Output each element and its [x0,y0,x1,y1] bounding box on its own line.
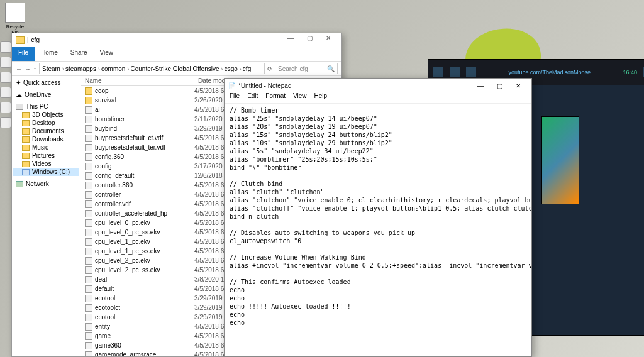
file-icon [85,351,92,357]
recycle-bin[interactable]: Recycle Bin [3,3,28,35]
shortcut-icon[interactable] [0,87,11,98]
ribbon: File Home Share View [12,47,341,61]
file-name: controller [95,191,121,198]
search-input[interactable]: Search cfg 🔍 [275,63,338,74]
shortcut-icon[interactable] [0,117,11,128]
menu-file[interactable]: File [230,92,240,103]
file-icon [85,210,92,217]
menu-format[interactable]: Format [265,92,286,103]
ribbon-view-tab[interactable]: View [94,47,120,61]
tree-quick-access[interactable]: ✦Quick access [13,79,79,87]
tree-documents[interactable]: Documents [13,127,79,135]
window-title: cfg [31,36,40,43]
breadcrumb-segment[interactable]: steamapps [65,65,100,72]
tree-music[interactable]: Music [13,143,79,151]
steam-game-cover[interactable] [541,116,579,204]
file-name: deaf [95,276,107,283]
file-icon [85,116,92,123]
file-icon [85,276,92,283]
file-name: cpu_level_0_pc.ekv [95,219,150,226]
folder-icon [22,145,30,151]
nav-forward-icon[interactable]: → [25,65,31,72]
ribbon-file-tab[interactable]: File [12,47,35,61]
steam-clock: 16:40 [623,69,637,75]
steam-nav-icon[interactable] [466,67,476,77]
file-name: game360 [95,342,121,349]
file-name: coop [95,87,109,94]
file-icon [85,238,92,246]
tree-3d-objects[interactable]: 3D Objects [13,111,79,119]
shortcut-icon[interactable] [0,41,11,53]
file-name: cpu_level_1_pc.ekv [95,238,150,245]
tree-videos[interactable]: Videos [13,160,79,168]
notepad-titlebar[interactable]: 📄 *Untitled - Notepad — ▢ ✕ [225,79,531,92]
breadcrumb-segment[interactable]: Steam [42,65,64,72]
minimize-icon[interactable]: — [281,35,300,46]
close-icon[interactable]: ✕ [319,35,338,46]
file-icon [85,219,92,227]
explorer-separator: | [27,36,29,43]
file-name: ecotoolct [95,304,120,311]
cloud-icon: ☁ [16,91,22,98]
nav-back-icon[interactable]: ← [16,65,22,72]
file-icon [85,191,92,199]
shortcut-icon[interactable] [0,57,11,68]
file-icon [85,285,92,293]
steam-nav-icon[interactable] [450,67,460,77]
folder-icon [22,120,30,126]
file-name: cpu_level_0_pc_ss.ekv [95,229,160,236]
refresh-icon[interactable]: ⟳ [267,65,272,72]
menu-edit[interactable]: Edit [247,92,258,103]
file-icon [85,342,92,349]
file-name: ecotool [95,295,115,302]
tree-onedrive[interactable]: ☁OneDrive [13,91,79,99]
ribbon-share-tab[interactable]: Share [64,47,94,61]
breadcrumb-segment[interactable]: cfg [243,65,251,72]
maximize-icon[interactable]: ▢ [490,82,509,89]
explorer-titlebar[interactable]: | cfg — ▢ ✕ [12,33,341,47]
tree-downloads[interactable]: Downloads [13,135,79,143]
file-icon [85,135,92,142]
tree-desktop[interactable]: Desktop [13,119,79,127]
ribbon-home-tab[interactable]: Home [35,47,64,61]
network-icon [16,181,23,187]
file-icon [85,163,92,170]
close-icon[interactable]: ✕ [509,82,528,89]
nav-up-icon[interactable]: ↑ [33,65,36,72]
tree-this-pc[interactable]: This PC [13,102,79,111]
notepad-window[interactable]: 📄 *Untitled - Notepad — ▢ ✕ File Edit Fo… [224,78,532,357]
steam-footer: FRIENDS & CHAT + [639,310,644,335]
file-icon [85,229,92,236]
breadcrumb-segment[interactable]: Counter-Strike Global Offensive [131,65,223,72]
tree-pictures[interactable]: Pictures [13,151,79,160]
file-name: buybind [95,125,117,132]
minimize-icon[interactable]: — [471,82,490,89]
file-icon [85,200,92,208]
file-name: cpu_level_1_pc_ss.ekv [95,248,160,255]
breadcrumb-segment[interactable]: common [101,65,129,72]
steam-url: youtube.com/TheMadisonMoose [482,69,616,75]
file-icon [85,314,92,321]
file-name: entity [95,323,110,330]
breadcrumb[interactable]: SteamsteamappscommonCounter-Strike Globa… [39,63,265,74]
breadcrumb-segment[interactable]: csgo [225,65,242,72]
col-name[interactable]: Name [81,76,194,85]
notepad-title: *Untitled - Notepad [238,82,292,89]
menu-view[interactable]: View [293,92,307,103]
file-icon [85,323,92,331]
file-name: gamemode_armsrace [95,351,156,356]
star-icon: ✦ [16,79,21,86]
tree-network[interactable]: Network [13,180,79,188]
menu-help[interactable]: Help [314,92,328,103]
file-name: survival [95,97,116,104]
maximize-icon[interactable]: ▢ [300,35,319,46]
notepad-textarea[interactable]: // Bomb timer alias "25s" "sndplaydelay … [225,104,531,356]
file-name: config_default [95,172,134,179]
steam-nav-icon[interactable] [433,67,443,77]
file-name: config [95,163,112,170]
file-icon [85,304,92,312]
nav-tree[interactable]: ✦Quick access ☁OneDrive This PC 3D Objec… [12,76,81,356]
shortcut-icon[interactable] [0,102,11,113]
shortcut-icon[interactable] [0,72,11,83]
tree-c-drive[interactable]: Windows (C:) [13,168,79,176]
